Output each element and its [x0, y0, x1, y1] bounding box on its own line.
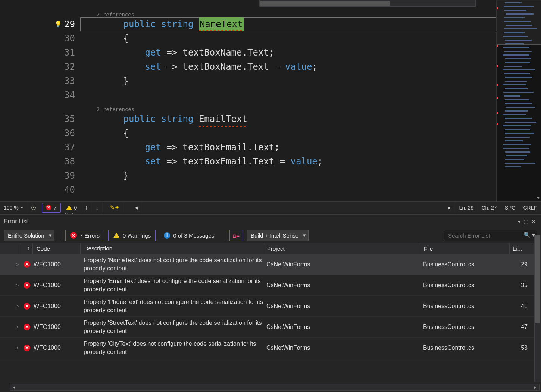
next-issue-icon[interactable]: ↓ [92, 202, 103, 213]
warning-icon [113, 233, 120, 238]
expand-icon[interactable]: ▷ [16, 345, 19, 350]
expand-icon[interactable]: ▷ [16, 324, 19, 329]
col-file[interactable]: File [420, 243, 510, 254]
filter-icon: ◘≡ [233, 232, 240, 239]
line-number-gutter: 💡˅293031323334˅353637383940˅41 [0, 0, 80, 201]
error-list-toolbar: Entire Solution ✕ 7 Errors 0 Warnings i … [0, 228, 541, 243]
col-code[interactable]: Code [33, 243, 81, 254]
prev-issue-icon[interactable]: ↑ [81, 202, 92, 213]
pin-icon[interactable]: ▢ [522, 217, 530, 226]
error-list-panel: Error List ▾ ▢ ✕ Entire Solution ✕ 7 Err… [0, 214, 541, 392]
error-code: WFO1000 [33, 303, 81, 310]
code-health-icon[interactable]: ⦿ [27, 202, 40, 213]
separator [104, 203, 104, 213]
warning-icon [66, 205, 72, 210]
error-row[interactable]: ▷✕WFO1000Property 'EmailText' does not c… [0, 275, 541, 296]
line-number: 32 [64, 60, 75, 74]
expand-icon[interactable]: ▷ [16, 304, 19, 308]
code-line[interactable]: } [80, 169, 496, 183]
code-line[interactable]: set => textBoxEmail.Text = value; [80, 154, 496, 169]
error-line: 35 [510, 282, 532, 289]
col-severity[interactable]: ⁞⠁ [21, 243, 33, 254]
error-list-rows: ▷✕WFO1000Property 'NameText' does not co… [0, 254, 541, 392]
code-line[interactable]: set => textBoxName.Text = value; [80, 60, 496, 74]
line-ending-mode[interactable]: CRLF [519, 205, 541, 211]
close-icon[interactable]: ✕ [530, 217, 537, 226]
zoom-selector[interactable]: 100 %▾ [0, 202, 27, 213]
error-list-search: 🔍 ▾ [444, 230, 537, 241]
code-line[interactable]: } [80, 74, 496, 88]
error-project: CsNetWinForms [263, 345, 420, 351]
error-code: WFO1000 [33, 324, 81, 330]
lightbulb-icon[interactable]: 💡 [54, 17, 62, 31]
error-description: Property 'StreetText' does not configure… [81, 319, 263, 335]
scroll-right-icon[interactable]: ▸ [444, 202, 455, 213]
whitespace-mode[interactable]: SPC [501, 205, 520, 211]
error-description: Property 'NameText' does not configure t… [81, 256, 263, 272]
fold-icon[interactable]: ˅ [69, 17, 72, 31]
dropdown-icon[interactable]: ▾ [516, 217, 522, 226]
error-count-box[interactable]: ✕ 7 [42, 203, 61, 213]
line-number: 38 [64, 154, 75, 169]
warning-count-box[interactable]: 0 [62, 202, 81, 213]
search-icon[interactable]: 🔍 ▾ [523, 232, 535, 238]
code-line[interactable]: public string NameText [80, 17, 496, 31]
build-filter-value: Build + IntelliSense [251, 232, 298, 239]
fold-icon[interactable]: ˅ [69, 112, 72, 126]
error-list-horizontal-scrollbar[interactable]: ◂ ▸ [10, 384, 540, 391]
codelens-references[interactable]: 2 references [80, 102, 496, 112]
error-row[interactable]: ▷✕WFO1000Property 'CityText' does not co… [0, 338, 541, 358]
caret-col[interactable]: Ch: 27 [478, 205, 501, 211]
error-row[interactable]: ▷✕WFO1000Property 'PhoneText' does not c… [0, 296, 541, 317]
caret-line[interactable]: Ln: 29 [455, 205, 478, 211]
line-number: 30 [64, 31, 75, 46]
code-line[interactable]: public string EmailText [80, 112, 496, 126]
code-area[interactable]: 2 references public string NameText { ge… [80, 0, 496, 201]
code-editor[interactable]: 💡˅293031323334˅353637383940˅41 2 referen… [0, 0, 541, 201]
expand-icon[interactable]: ▷ [16, 262, 19, 267]
col-project[interactable]: Project [263, 243, 420, 254]
scroll-down-icon[interactable]: ▾ [537, 195, 540, 201]
error-row[interactable]: ▷✕WFO1000Property 'NameText' does not co… [0, 254, 541, 275]
error-code: WFO1000 [33, 282, 81, 289]
editor-status-bar: 100 %▾ ⦿ ✕ 7 0 ↑ ↓ ✎✦ ◂ ▸ Ln: 29 Ch: 27 … [0, 201, 541, 213]
col-expander[interactable] [0, 243, 21, 254]
codelens-references[interactable]: 2 references [80, 197, 496, 201]
line-number: 39 [64, 169, 75, 183]
error-line: 41 [510, 303, 532, 310]
warning-count: 0 [74, 205, 77, 211]
scope-value: Entire Solution [8, 232, 44, 239]
scroll-left-icon[interactable]: ◂ [10, 385, 18, 390]
error-line: 47 [510, 324, 532, 330]
code-line[interactable] [80, 88, 496, 102]
code-line[interactable] [80, 183, 496, 197]
code-line[interactable]: get => textBoxName.Text; [80, 46, 496, 60]
codelens-references[interactable]: 2 references [80, 7, 496, 17]
expand-icon[interactable]: ▷ [16, 283, 19, 288]
errors-filter[interactable]: ✕ 7 Errors [65, 230, 104, 241]
messages-filter[interactable]: i 0 of 3 Messages [159, 230, 219, 241]
line-number: 34 [64, 88, 75, 102]
cleanup-icon[interactable]: ✎✦ [106, 202, 123, 213]
error-file: BusinessControl.cs [420, 303, 510, 310]
scope-selector[interactable]: Entire Solution [4, 230, 54, 241]
code-line[interactable]: { [80, 126, 496, 140]
col-description[interactable]: Description [81, 243, 263, 254]
error-list-vertical-scrollbar[interactable] [534, 235, 541, 382]
clear-filter-button[interactable]: ◘≡ [229, 230, 243, 241]
minimap[interactable]: ▾ [496, 0, 541, 201]
error-row[interactable]: ▷✕WFO1000Property 'StreetText' does not … [0, 317, 541, 338]
warnings-filter[interactable]: 0 Warnings [108, 230, 156, 241]
editor-horizontal-scrollbar[interactable] [259, 0, 476, 7]
col-line[interactable]: Li… [510, 243, 532, 254]
error-description: Property 'EmailText' does not configure … [81, 277, 263, 293]
warnings-filter-label: 0 Warnings [123, 232, 151, 239]
code-line[interactable]: get => textBoxEmail.Text; [80, 140, 496, 154]
error-icon: ✕ [24, 282, 30, 289]
scroll-right-icon[interactable]: ▸ [532, 385, 539, 390]
scroll-left-icon[interactable]: ◂ [131, 202, 142, 213]
build-filter-selector[interactable]: Build + IntelliSense [247, 230, 309, 241]
error-code: WFO1000 [33, 261, 81, 268]
code-line[interactable]: { [80, 31, 496, 46]
error-project: CsNetWinForms [263, 261, 420, 268]
